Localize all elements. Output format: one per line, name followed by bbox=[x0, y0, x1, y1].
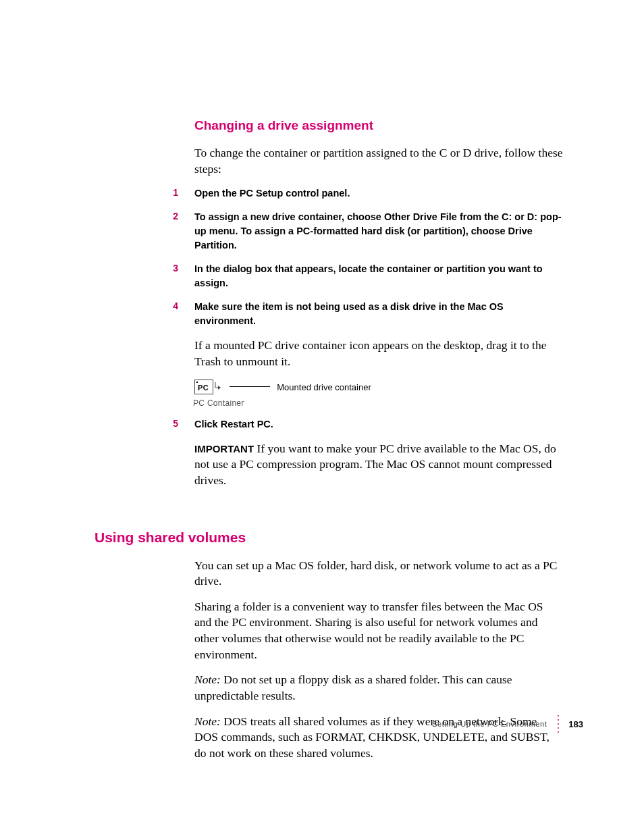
heading-shared-volumes: Using shared volumes bbox=[95, 529, 563, 546]
step-1: 1 Open the PC Setup control panel. bbox=[169, 186, 563, 201]
footer-dots-icon bbox=[558, 715, 559, 733]
intro-paragraph: To change the container or partition ass… bbox=[194, 145, 563, 177]
note-text: Do not set up a floppy disk as a shared … bbox=[194, 673, 512, 702]
shared-para-2: Sharing a folder is a convenient way to … bbox=[194, 599, 563, 663]
page-number: 183 bbox=[568, 719, 583, 729]
step-number: 3 bbox=[169, 262, 178, 273]
footer-chapter-title: Setting Up the PC Environment bbox=[432, 720, 547, 728]
step-text: Make sure the item is not being used as … bbox=[194, 300, 563, 328]
step-number: 1 bbox=[169, 186, 178, 198]
shared-para-1: You can set up a Mac OS folder, hard dis… bbox=[194, 558, 563, 590]
note-label: Note: bbox=[194, 714, 221, 728]
note-paragraph-1: Note: Do not set up a floppy disk as a s… bbox=[194, 672, 563, 704]
arrow-icon bbox=[215, 382, 223, 394]
step-2: 2 To assign a new drive container, choos… bbox=[169, 210, 563, 253]
step-number: 4 bbox=[169, 300, 178, 311]
step-4: 4 Make sure the item is not being used a… bbox=[169, 300, 563, 328]
steps-list: 1 Open the PC Setup control panel. 2 To … bbox=[169, 186, 563, 328]
step-text: Click Restart PC. bbox=[194, 417, 273, 432]
icon-inner-label: PC bbox=[198, 384, 209, 392]
callout-line bbox=[230, 386, 270, 387]
step-3: 3 In the dialog box that appears, locate… bbox=[169, 262, 563, 290]
step-number: 2 bbox=[169, 210, 178, 221]
page-footer: Setting Up the PC Environment 183 bbox=[432, 715, 583, 733]
step-5: 5 Click Restart PC. bbox=[169, 417, 563, 432]
important-label: IMPORTANT bbox=[194, 443, 254, 454]
step-number: 5 bbox=[169, 417, 178, 429]
step-text: In the dialog box that appears, locate t… bbox=[194, 262, 563, 290]
heading-changing-drive: Changing a drive assignment bbox=[194, 118, 563, 133]
callout-label: Mounted drive container bbox=[277, 382, 371, 392]
step4-sub-paragraph: If a mounted PC drive container icon app… bbox=[194, 338, 563, 369]
step-text: To assign a new drive container, choose … bbox=[194, 210, 563, 253]
icon-caption: PC Container bbox=[193, 398, 563, 408]
pc-drive-icon: PC bbox=[194, 380, 223, 394]
important-paragraph: IMPORTANT If you want to make your PC dr… bbox=[194, 441, 563, 489]
step-text: Open the PC Setup control panel. bbox=[194, 186, 350, 201]
steps-list-continued: 5 Click Restart PC. bbox=[169, 417, 563, 432]
note-label: Note: bbox=[194, 673, 221, 686]
drive-container-figure: PC Mounted drive container PC Container bbox=[194, 380, 563, 408]
document-page: Changing a drive assignment To change th… bbox=[0, 0, 644, 834]
section-changing-drive: Changing a drive assignment To change th… bbox=[194, 118, 563, 489]
